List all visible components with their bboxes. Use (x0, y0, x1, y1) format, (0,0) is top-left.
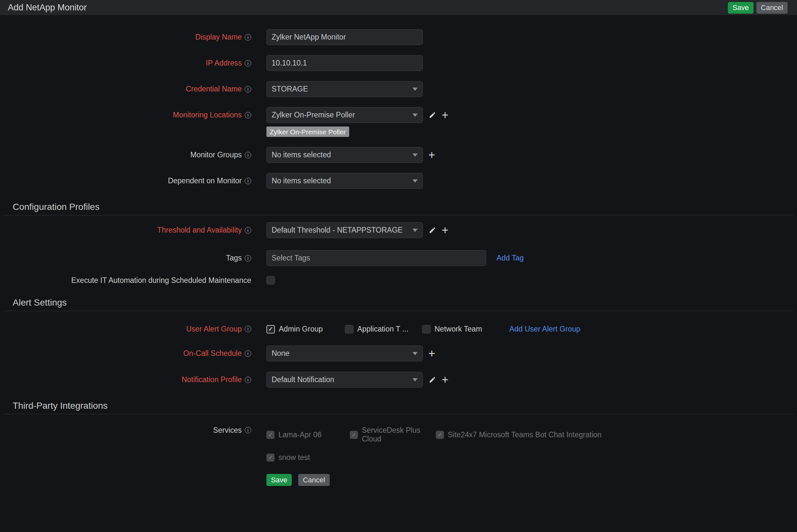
row-display-name: Display Name (0, 29, 797, 45)
save-button[interactable]: Save (266, 474, 292, 486)
row-footer-actions: Save Cancel (0, 472, 797, 488)
service-checkbox (436, 431, 444, 439)
it-automation-label: Execute IT Automation during Scheduled M… (0, 276, 251, 284)
form-body: Display Name IP Address Credential Name … (0, 16, 797, 488)
chevron-down-icon (412, 88, 418, 91)
application-team-checkbox[interactable] (345, 325, 353, 334)
notification-profile-select[interactable]: Default Notification (266, 372, 423, 388)
credential-name-label: Credential Name (0, 81, 251, 97)
monitor-groups-select[interactable]: No items selected (266, 147, 423, 163)
monitoring-locations-label: Monitoring Locations (0, 107, 251, 123)
top-bar: Add NetApp Monitor Save Cancel (0, 0, 797, 16)
row-ip-address: IP Address (0, 55, 797, 71)
row-user-alert-group: User Alert Group Admin Group Application… (0, 325, 797, 334)
row-on-call-schedule: On-Call Schedule None (0, 345, 797, 361)
info-icon[interactable] (245, 112, 251, 118)
selected-location-chip[interactable]: Zylker On-Premise Poller (266, 127, 349, 137)
dependent-on-monitor-label: Dependent on Monitor (0, 173, 251, 189)
service-checkbox (266, 454, 275, 462)
display-name-label: Display Name (0, 29, 251, 45)
section-title: Third-Party Integrations (13, 400, 797, 411)
add-tag-link[interactable]: Add Tag (497, 254, 524, 262)
add-icon[interactable] (442, 111, 448, 119)
save-button[interactable]: Save (728, 2, 753, 14)
info-icon[interactable] (245, 255, 251, 262)
ip-address-label: IP Address (0, 55, 251, 71)
row-credential-name: Credential Name STORAGE (0, 81, 797, 97)
cancel-button[interactable]: Cancel (756, 2, 787, 14)
monitoring-locations-select[interactable]: Zylker On-Premise Poller (266, 107, 423, 123)
monitor-groups-label: Monitor Groups (0, 147, 251, 163)
section-title: Configuration Profiles (13, 202, 797, 212)
tags-label: Tags (0, 250, 251, 266)
row-it-automation: Execute IT Automation during Scheduled M… (0, 276, 797, 284)
on-call-schedule-label: On-Call Schedule (0, 345, 251, 361)
add-icon[interactable] (442, 226, 448, 234)
network-team-checkbox[interactable] (422, 325, 431, 334)
admin-group-checkbox[interactable] (266, 325, 275, 334)
info-icon[interactable] (245, 86, 251, 92)
info-icon[interactable] (245, 178, 251, 184)
threshold-label: Threshold and Availability (0, 222, 251, 238)
chevron-down-icon (412, 352, 418, 355)
alert-group-option: Admin Group (266, 325, 345, 334)
add-icon[interactable] (428, 151, 435, 159)
chevron-down-icon (412, 229, 418, 232)
info-icon[interactable] (245, 152, 251, 158)
add-icon[interactable] (428, 349, 435, 358)
notification-profile-label: Notification Profile (0, 372, 251, 388)
info-icon[interactable] (245, 326, 251, 332)
chevron-down-icon (412, 378, 418, 381)
page-title: Add NetApp Monitor (8, 3, 87, 13)
chevron-down-icon (412, 179, 418, 183)
section-alert-settings: Alert Settings (0, 297, 797, 311)
section-configuration-profiles: Configuration Profiles (0, 202, 797, 215)
dependent-on-monitor-select[interactable]: No items selected (266, 173, 423, 189)
row-services: Services Lama-Apr 06 ServiceDesk Plus Cl… (0, 426, 797, 462)
add-icon[interactable] (442, 376, 448, 384)
add-user-alert-group-link[interactable]: Add User Alert Group (509, 325, 580, 334)
edit-icon[interactable] (429, 226, 436, 234)
info-icon[interactable] (245, 350, 251, 357)
on-call-schedule-select[interactable]: None (266, 345, 423, 361)
row-notification-profile: Notification Profile Default Notificatio… (0, 372, 797, 388)
row-monitoring-locations: Monitoring Locations Zylker On-Premise P… (0, 107, 797, 137)
ip-address-input[interactable] (266, 55, 423, 71)
info-icon[interactable] (245, 227, 251, 233)
display-name-input[interactable] (266, 29, 423, 45)
section-title: Alert Settings (13, 297, 797, 308)
service-checkbox (350, 431, 358, 439)
info-icon[interactable] (245, 60, 251, 66)
services-label: Services (0, 426, 251, 434)
service-option: snow test (266, 453, 310, 462)
row-tags: Tags Add Tag (0, 250, 797, 266)
service-option: Lama-Apr 06 (266, 431, 350, 439)
service-option: ServiceDesk Plus Cloud (350, 426, 436, 443)
it-automation-checkbox[interactable] (266, 276, 275, 284)
info-icon[interactable] (245, 427, 251, 433)
threshold-select[interactable]: Default Threshold - NETAPPSTORAGE (266, 222, 423, 238)
user-alert-group-label: User Alert Group (0, 325, 251, 333)
chevron-down-icon (412, 114, 418, 117)
edit-icon[interactable] (429, 111, 436, 119)
row-threshold: Threshold and Availability Default Thres… (0, 222, 797, 238)
topbar-actions: Save Cancel (728, 2, 787, 14)
service-option: Site24x7 Microsoft Teams Bot Chat Integr… (436, 431, 601, 439)
info-icon[interactable] (245, 34, 251, 41)
alert-group-option: Network Team (422, 325, 482, 334)
credential-name-select[interactable]: STORAGE (266, 81, 423, 97)
row-dependent-on-monitor: Dependent on Monitor No items selected (0, 173, 797, 189)
row-monitor-groups: Monitor Groups No items selected (0, 147, 797, 163)
info-icon[interactable] (245, 377, 251, 383)
edit-icon[interactable] (429, 376, 436, 383)
tags-input[interactable] (266, 250, 486, 266)
section-third-party: Third-Party Integrations (0, 400, 797, 414)
service-checkbox (266, 431, 275, 439)
chevron-down-icon (412, 153, 418, 157)
alert-group-option: Application T ... (345, 325, 422, 334)
cancel-button[interactable]: Cancel (298, 474, 329, 486)
